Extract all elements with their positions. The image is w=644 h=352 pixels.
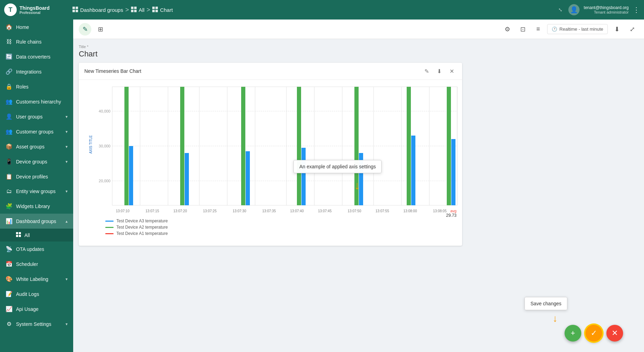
chart-svg-wrapper: AXIS TITLE bbox=[84, 83, 457, 216]
save-changes-tooltip: Save changes bbox=[524, 297, 567, 310]
sidebar-item-devicegroups[interactable]: 📱 Device groups ▾ bbox=[0, 154, 73, 169]
sidebar-item-customergroups[interactable]: 👥 Customer groups ▾ bbox=[0, 124, 73, 139]
sidebar-item-whitelabeling[interactable]: 🎨 White Labeling ▾ bbox=[0, 271, 73, 286]
realtime-label: Realtime - last minute bbox=[559, 26, 603, 32]
sidebar-subitem-all[interactable]: All bbox=[0, 229, 73, 242]
settings-button[interactable]: ⚙ bbox=[501, 23, 514, 36]
widget-download-button[interactable]: ⬇ bbox=[434, 66, 444, 76]
legend-item-a2: Test Device A2 temperature bbox=[105, 225, 451, 230]
svg-text:13:07:35: 13:07:35 bbox=[262, 209, 276, 213]
legend-label-a2: Test Device A2 temperature bbox=[116, 225, 168, 230]
sidebar-label-dashboardgroups: Dashboard groups bbox=[16, 219, 62, 224]
assetgroups-icon: 📦 bbox=[6, 143, 13, 150]
sidebar-item-roles[interactable]: 🔒 Roles bbox=[0, 79, 73, 94]
tooltip-arrow: ↓ bbox=[354, 179, 360, 192]
logo-icon: T bbox=[4, 3, 17, 16]
svg-text:13:07:50: 13:07:50 bbox=[348, 209, 361, 213]
svg-rect-47 bbox=[411, 136, 415, 205]
sidebar-item-widgetslibrary[interactable]: 🧩 Widgets Library bbox=[0, 199, 73, 214]
systemsettings-expand-icon: ▾ bbox=[66, 322, 68, 327]
sidebar-item-dashboardgroups[interactable]: 📊 Dashboard groups ▴ bbox=[0, 214, 73, 229]
sidebar-label-usergroups: User groups bbox=[16, 114, 62, 120]
home-icon: 🏠 bbox=[6, 24, 13, 30]
legend-item-a1: Test Device A1 temperature bbox=[105, 231, 451, 236]
svg-rect-13 bbox=[19, 232, 21, 234]
sidebar-item-rulechains[interactable]: ⛓ Rule chains bbox=[0, 35, 73, 49]
usergroups-expand-icon: ▾ bbox=[66, 114, 68, 119]
app-name: ThingsBoard bbox=[20, 5, 49, 11]
realtime-selector[interactable]: 🕐 Realtime - last minute bbox=[547, 24, 608, 34]
tooltip-text: An example of applied axis settings bbox=[299, 164, 376, 169]
display-button[interactable]: ⊡ bbox=[516, 23, 529, 36]
sidebar-item-usergroups[interactable]: 👤 User groups ▾ bbox=[0, 109, 73, 124]
sidebar-item-otaupdates[interactable]: 📡 OTA updates bbox=[0, 242, 73, 257]
edit-mode-button[interactable]: ✎ bbox=[79, 23, 91, 36]
add-button[interactable]: + bbox=[565, 325, 581, 342]
avatar[interactable]: 👤 bbox=[568, 4, 580, 15]
svg-text:13:08:00: 13:08:00 bbox=[404, 209, 417, 213]
svg-rect-15 bbox=[19, 235, 21, 237]
more-options-icon[interactable]: ⋮ bbox=[633, 6, 640, 14]
view-mode-button[interactable]: ⊞ bbox=[94, 23, 107, 36]
sidebar-item-scheduler[interactable]: 📅 Scheduler bbox=[0, 257, 73, 271]
legend-item-a3: Test Device A3 temperature bbox=[105, 219, 451, 223]
topnav-right: ⤡ 👤 tenant@thingsboard.org Tenant admini… bbox=[557, 4, 640, 15]
confirm-icon: ✓ bbox=[591, 329, 597, 338]
download-button[interactable]: ⬇ bbox=[611, 23, 623, 36]
user-email: tenant@thingsboard.org bbox=[584, 5, 629, 10]
svg-rect-42 bbox=[129, 146, 133, 205]
svg-text:13:07:40: 13:07:40 bbox=[290, 209, 304, 213]
sidebar-item-home[interactable]: 🏠 Home bbox=[0, 20, 73, 35]
y-axis-title: AXIS TITLE bbox=[89, 135, 93, 154]
sidebar-item-entityviewgroups[interactable]: 🗂 Entity view groups ▾ bbox=[0, 184, 73, 199]
bottom-actions: + ✓ ✕ bbox=[565, 325, 623, 342]
customergroups-expand-icon: ▾ bbox=[66, 129, 68, 134]
breadcrumb-dashgroups[interactable]: Dashboard groups bbox=[80, 7, 123, 13]
add-icon: + bbox=[571, 329, 575, 338]
confirm-button[interactable]: ✓ bbox=[585, 325, 602, 342]
sidebar-item-deviceprofiles[interactable]: 📋 Device profiles bbox=[0, 169, 73, 184]
breadcrumb-sep-1: > bbox=[125, 6, 129, 14]
sidebar-item-systemsettings[interactable]: ⚙ System Settings ▾ bbox=[0, 316, 73, 331]
whitelabeling-icon: 🎨 bbox=[6, 276, 13, 282]
svg-rect-9 bbox=[155, 7, 158, 9]
svg-rect-38 bbox=[297, 87, 301, 205]
sidebar-label-deviceprofiles: Device profiles bbox=[16, 174, 68, 179]
avg-value-area: avg 29.73 bbox=[446, 209, 457, 218]
breadcrumb-all[interactable]: All bbox=[139, 7, 145, 13]
dataconverters-icon: 🔄 bbox=[6, 53, 13, 60]
svg-rect-1 bbox=[76, 7, 78, 9]
sidebar-label-apiusage: Api Usage bbox=[16, 306, 68, 312]
sidebar-item-assetgroups[interactable]: 📦 Asset groups ▾ bbox=[0, 139, 73, 154]
sidebar-item-integrations[interactable]: 🔗 Integrations bbox=[0, 64, 73, 79]
svg-text:13:07:20: 13:07:20 bbox=[174, 209, 187, 213]
sidebar-item-apiusage[interactable]: 📈 Api Usage bbox=[0, 301, 73, 316]
breadcrumb: Dashboard groups > All > Chart bbox=[72, 6, 553, 14]
widget-edit-button[interactable]: ✎ bbox=[422, 66, 431, 76]
top-navigation: T ThingsBoard Professional Dashboard gro… bbox=[0, 0, 644, 20]
svg-text:20,000: 20,000 bbox=[99, 179, 110, 183]
legend-label-a3: Test Device A3 temperature bbox=[116, 219, 168, 223]
sidebar-item-customershierarchy[interactable]: 👥 Customers hierarchy bbox=[0, 94, 73, 109]
filter-button[interactable]: ≡ bbox=[532, 23, 544, 36]
sidebar-item-dataconverters[interactable]: 🔄 Data converters bbox=[0, 49, 73, 64]
svg-text:13:07:55: 13:07:55 bbox=[376, 209, 389, 213]
whitelabeling-expand-icon: ▾ bbox=[66, 277, 68, 282]
assetgroups-expand-icon: ▾ bbox=[66, 144, 68, 149]
svg-text:AXIS title: AXIS title bbox=[276, 215, 293, 216]
fullscreen-button[interactable]: ⤢ bbox=[626, 23, 638, 36]
save-changes-label: Save changes bbox=[530, 301, 561, 306]
sidebar-item-auditlogs[interactable]: 📝 Audit Logs bbox=[0, 286, 73, 301]
cancel-button[interactable]: ✕ bbox=[606, 325, 623, 342]
svg-rect-14 bbox=[16, 235, 18, 237]
widget-actions: ✎ ⬇ ✕ bbox=[422, 66, 457, 76]
svg-text:13:07:10: 13:07:10 bbox=[116, 209, 130, 213]
auditlogs-icon: 📝 bbox=[6, 291, 13, 297]
systemsettings-icon: ⚙ bbox=[6, 321, 13, 327]
resize-icon[interactable]: ⤡ bbox=[557, 6, 564, 14]
breadcrumb-chart[interactable]: Chart bbox=[160, 7, 173, 13]
avg-label: avg bbox=[446, 209, 457, 213]
integrations-icon: 🔗 bbox=[6, 68, 13, 75]
user-role: Tenant administrator bbox=[594, 10, 629, 14]
widget-close-button[interactable]: ✕ bbox=[447, 66, 457, 76]
